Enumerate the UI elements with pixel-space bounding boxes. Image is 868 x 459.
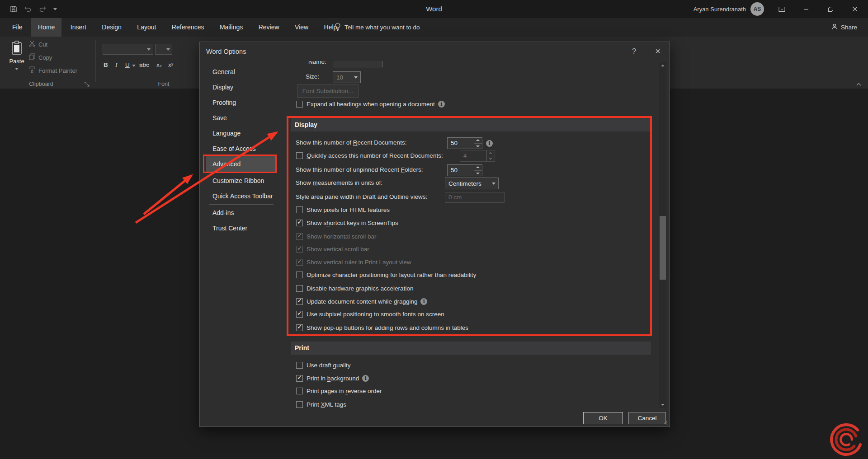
vertical-ruler-checkbox[interactable]: [296, 259, 303, 266]
spin-up-icon[interactable]: [474, 165, 482, 171]
subscript-button[interactable]: x₂: [156, 61, 162, 68]
help-button[interactable]: ?: [632, 42, 636, 61]
measurements-label: Show measurements in units of:: [296, 179, 382, 186]
vertical-scrollbar-row: Show vertical scroll bar: [296, 246, 369, 253]
resize-grip[interactable]: [662, 419, 668, 425]
scroll-up-icon[interactable]: [659, 62, 666, 70]
underline-caret-icon[interactable]: [132, 65, 136, 67]
underline-button[interactable]: U: [125, 61, 130, 68]
tab-review[interactable]: Review: [252, 18, 286, 37]
customize-qat-caret-icon[interactable]: [53, 8, 57, 10]
scroll-down-icon[interactable]: [659, 400, 666, 408]
save-icon[interactable]: [10, 5, 17, 13]
optimize-character-positioning-checkbox[interactable]: [296, 272, 303, 278]
copy-button[interactable]: Copy: [29, 53, 52, 61]
close-button[interactable]: [848, 0, 862, 18]
info-icon[interactable]: [486, 140, 493, 147]
paste-caret-icon: [15, 68, 19, 70]
reverse-order-row: Print pages in reverse order: [296, 388, 382, 394]
recent-folders-label: Show this number of unpinned Recent Fold…: [296, 166, 423, 173]
style-area-label: Style area pane width in Draft and Outli…: [296, 193, 427, 200]
quick-access-spinner[interactable]: 4: [460, 150, 495, 162]
horizontal-scroll-bar-checkbox[interactable]: [296, 233, 303, 240]
sidebar-item-language[interactable]: Language: [206, 126, 277, 141]
collapse-ribbon-icon[interactable]: [856, 80, 862, 88]
sidebar-item-proofing[interactable]: Proofing: [206, 95, 277, 110]
hardware-acceleration-checkbox[interactable]: [296, 285, 303, 292]
sidebar-item-display[interactable]: Display: [206, 80, 277, 95]
spin-up-icon[interactable]: [474, 138, 482, 144]
expand-headings-label: Expand all headings when opening a docum…: [307, 101, 435, 108]
user-name[interactable]: Aryan Surendranath: [693, 6, 746, 13]
scroll-thumb[interactable]: [660, 216, 666, 280]
tab-home[interactable]: Home: [31, 18, 61, 37]
ok-button[interactable]: OK: [583, 412, 623, 424]
measurements-select[interactable]: Centimeters: [445, 178, 499, 189]
font-size-select[interactable]: [155, 44, 172, 55]
tell-me-box[interactable]: Tell me what you want to do: [335, 18, 420, 37]
restore-button[interactable]: [824, 0, 837, 18]
spin-down-icon[interactable]: [474, 171, 482, 176]
sidebar-item-quick-access-toolbar[interactable]: Quick Access Toolbar: [206, 188, 277, 204]
dialog-title: Word Options: [206, 42, 246, 61]
size-select[interactable]: 10: [333, 71, 361, 83]
sidebar-item-advanced[interactable]: Advanced: [206, 156, 277, 172]
dialog-scrollbar[interactable]: [659, 62, 666, 408]
shortcut-keys-screentips-checkbox[interactable]: [296, 220, 303, 226]
minimize-button[interactable]: [799, 0, 813, 18]
superscript-button[interactable]: x²: [168, 61, 173, 68]
sidebar-item-general[interactable]: General: [206, 64, 277, 80]
print-in-background-checkbox[interactable]: [296, 375, 303, 382]
popup-table-buttons-checkbox[interactable]: [296, 324, 303, 331]
info-icon[interactable]: [420, 298, 427, 305]
sidebar-item-ease-of-access[interactable]: Ease of Access: [206, 141, 277, 156]
cut-button[interactable]: Cut: [29, 40, 47, 48]
dialog-close-button[interactable]: ×: [655, 42, 660, 60]
tab-layout[interactable]: Layout: [130, 18, 163, 37]
tab-insert[interactable]: Insert: [64, 18, 93, 37]
sidebar-item-add-ins[interactable]: Add-ins: [206, 205, 277, 220]
cancel-button[interactable]: Cancel: [628, 412, 666, 424]
subpixel-positioning-checkbox[interactable]: [296, 311, 303, 318]
dialog-titlebar[interactable]: Word Options ? ×: [200, 42, 670, 61]
paste-button[interactable]: Paste: [5, 39, 29, 80]
sidebar-item-customize-ribbon[interactable]: Customize Ribbon: [206, 173, 277, 188]
font-substitution-button[interactable]: Font Substitution...: [297, 84, 359, 98]
info-icon[interactable]: [438, 101, 445, 108]
tab-mailings[interactable]: Mailings: [213, 18, 250, 37]
update-while-dragging-checkbox[interactable]: [296, 298, 303, 305]
italic-button[interactable]: I: [115, 61, 118, 69]
bold-button[interactable]: B: [104, 61, 108, 68]
tab-view[interactable]: View: [288, 18, 315, 37]
spin-down-icon[interactable]: [474, 144, 482, 149]
print-xml-tags-checkbox[interactable]: [296, 401, 303, 408]
draft-quality-checkbox[interactable]: [296, 362, 303, 369]
avatar[interactable]: AS: [750, 2, 764, 16]
expand-headings-checkbox[interactable]: [296, 101, 303, 108]
tab-file[interactable]: File: [5, 18, 29, 37]
clipboard-dialog-launcher-icon[interactable]: [85, 81, 90, 89]
name-input[interactable]: [333, 61, 382, 67]
tab-references[interactable]: References: [165, 18, 211, 37]
font-name-select[interactable]: [103, 44, 153, 55]
ribbon-display-options-icon[interactable]: [775, 0, 788, 18]
word-options-dialog: Word Options ? × General Display Proofin…: [199, 42, 670, 427]
quick-access-checkbox[interactable]: [296, 152, 303, 159]
format-painter-button[interactable]: Format Painter: [29, 66, 77, 75]
tab-design[interactable]: Design: [95, 18, 128, 37]
popup-table-buttons-row: Show pop-up buttons for adding rows and …: [296, 324, 468, 331]
recent-folders-spinner[interactable]: 50: [447, 164, 482, 176]
undo-icon[interactable]: [24, 6, 32, 12]
redo-icon[interactable]: [39, 6, 46, 12]
info-icon[interactable]: [362, 375, 369, 382]
share-button[interactable]: Share: [831, 18, 857, 37]
style-area-input[interactable]: 0 cm: [445, 192, 505, 203]
expand-headings-row: Expand all headings when opening a docum…: [296, 101, 445, 108]
strikethrough-button[interactable]: abc: [139, 61, 149, 68]
reverse-order-checkbox[interactable]: [296, 388, 303, 394]
sidebar-item-trust-center[interactable]: Trust Center: [206, 220, 277, 236]
sidebar-item-save[interactable]: Save: [206, 110, 277, 126]
show-pixels-html-checkbox[interactable]: [296, 206, 303, 213]
recent-docs-spinner[interactable]: 50: [447, 137, 482, 149]
vertical-scroll-bar-checkbox[interactable]: [296, 246, 303, 253]
